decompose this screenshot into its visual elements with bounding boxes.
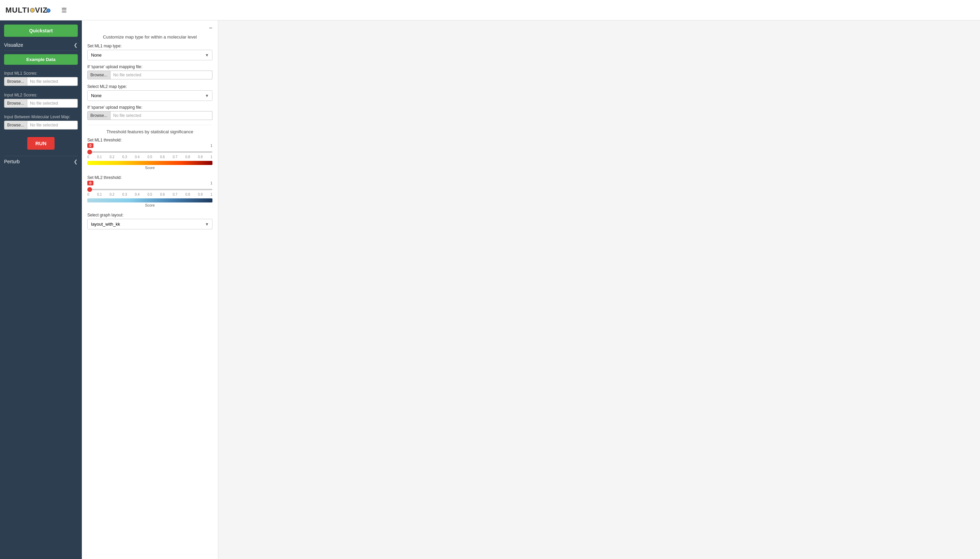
ml1-color-bar [87, 161, 212, 165]
quickstart-button[interactable]: Quickstart [4, 25, 78, 37]
threshold-divider-section: Threshold features by statistical signif… [87, 125, 212, 229]
center-panel: − Customize map type for within a molecu… [82, 20, 218, 559]
ml2-map-select-wrapper: None sparse dense ▼ [87, 90, 212, 101]
ml2-threshold-label: Set ML2 threshold: [87, 175, 122, 180]
sidebar: Quickstart Visualize ❮ Example Data Inpu… [0, 20, 82, 559]
ml1-threshold-slider[interactable] [87, 151, 212, 153]
ml1-browse-button[interactable]: Browse... [4, 77, 27, 86]
ml2-threshold-label-row: Set ML2 threshold: [87, 175, 212, 180]
ml2-scores-input-row: Browse... No file selected [4, 99, 78, 108]
ml1-score-label: Score [87, 165, 212, 170]
panel-header: − [87, 25, 212, 32]
visualize-label: Visualize [4, 42, 23, 48]
ml2-sparse-file-name: No file selected [111, 111, 212, 120]
hamburger-icon[interactable]: ☰ [61, 7, 67, 14]
ml1-threshold-label-row: Set ML1 threshold: [87, 138, 212, 142]
ml1-map-select-wrapper: None sparse dense ▼ [87, 50, 212, 60]
ml2-map-label: Select ML2 map type: [87, 84, 212, 89]
ml1-file-name: No file selected [27, 77, 78, 86]
ml2-sparse-label: If 'sparse' upload mapping file: [87, 105, 212, 110]
ml2-color-bar [87, 198, 212, 202]
ml2-score-label: Score [87, 203, 212, 207]
ml2-sparse-browse-button[interactable]: Browse... [87, 111, 111, 120]
minimize-button[interactable]: − [209, 25, 212, 32]
logo-text2: VIZ [35, 6, 48, 15]
ml1-scores-input-row: Browse... No file selected [4, 77, 78, 86]
graph-layout-select[interactable]: layout_with_kk layout_with_fr layout_wit… [87, 219, 212, 229]
logo: MULTI VIZ [5, 6, 50, 15]
ml1-map-label: Set ML1 map type: [87, 44, 212, 48]
ml2-threshold-badge: 0 [87, 181, 93, 185]
main-layout: Quickstart Visualize ❮ Example Data Inpu… [0, 20, 980, 559]
map-file-name: No file selected [27, 121, 78, 129]
ml1-threshold-label: Set ML1 threshold: [87, 138, 122, 142]
logo-circle-blue [46, 8, 50, 13]
ml1-slider-container [87, 149, 212, 154]
graph-layout-select-wrapper: layout_with_kk layout_with_fr layout_wit… [87, 219, 212, 229]
ml2-file-name: No file selected [27, 99, 78, 108]
ml2-threshold-section: Set ML2 threshold: 0 1 0 0.1 0.2 0.3 [87, 175, 212, 207]
ml1-map-select[interactable]: None sparse dense [87, 50, 212, 60]
ml2-browse-button[interactable]: Browse... [4, 99, 27, 108]
graph-layout-label: Select graph layout: [87, 213, 212, 217]
ml2-scores-label: Input ML2 Scores: [4, 93, 78, 98]
logo-text: MULTI [5, 6, 30, 15]
ml1-threshold-section: Set ML1 threshold: 0 1 0 0.1 0.2 0.3 [87, 138, 212, 170]
ml2-map-select[interactable]: None sparse dense [87, 90, 212, 101]
main-content: − Customize map type for within a molecu… [82, 20, 980, 559]
ml2-slider-ticks: 0 0.1 0.2 0.3 0.4 0.5 0.6 0.7 0.8 0.9 1 [87, 193, 212, 196]
ml2-slider-container [87, 186, 212, 191]
ml1-scores-label: Input ML1 Scores: [4, 71, 78, 76]
sidebar-visualize-section[interactable]: Visualize ❮ [4, 40, 78, 51]
ml2-threshold-max: 1 [210, 181, 212, 185]
ml1-threshold-max: 1 [210, 144, 212, 147]
ml2-sparse-upload-row: Browse... No file selected [87, 111, 212, 120]
perturb-label: Perturb [4, 159, 20, 164]
map-input-label: Input Between Molecular Level Map: [4, 114, 78, 119]
ml1-threshold-badge: 0 [87, 143, 93, 148]
threshold-title: Threshold features by statistical signif… [87, 129, 212, 134]
sidebar-perturb-section[interactable]: Perturb ❮ [4, 156, 78, 167]
ml1-sparse-browse-button[interactable]: Browse... [87, 71, 111, 79]
logo-circle-yellow [30, 8, 35, 13]
run-button[interactable]: RUN [27, 137, 55, 150]
perturb-chevron: ❮ [74, 159, 78, 164]
top-bar: MULTI VIZ ☰ [0, 0, 980, 20]
map-input-row: Browse... No file selected [4, 121, 78, 129]
right-panel [218, 20, 980, 559]
example-data-button[interactable]: Example Data [4, 54, 78, 65]
ml1-slider-ticks: 0 0.1 0.2 0.3 0.4 0.5 0.6 0.7 0.8 0.9 1 [87, 155, 212, 159]
ml1-sparse-upload-row: Browse... No file selected [87, 71, 212, 79]
customize-title: Customize map type for within a molecula… [87, 35, 212, 40]
visualize-chevron: ❮ [74, 42, 78, 48]
ml1-sparse-label: If 'sparse' upload mapping file: [87, 64, 212, 69]
ml2-threshold-slider[interactable] [87, 189, 212, 190]
map-browse-button[interactable]: Browse... [4, 121, 27, 129]
ml1-sparse-file-name: No file selected [111, 71, 212, 79]
